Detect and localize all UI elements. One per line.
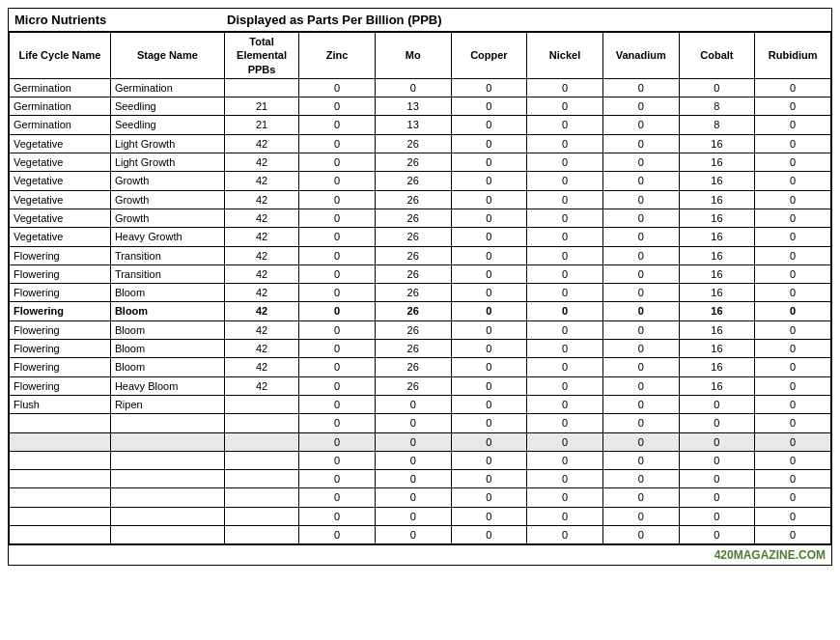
cell-copper: 0: [451, 414, 527, 432]
cell-mo: 0: [375, 507, 451, 525]
cell-copper: 0: [451, 190, 527, 209]
cell-total: 42: [224, 376, 298, 395]
cell-rubidium: 0: [755, 116, 831, 134]
cell-copper: 0: [451, 172, 527, 190]
header-row: Micro Nutrients Displayed as Parts Per B…: [9, 9, 831, 32]
cell-vanadium: 0: [602, 264, 679, 283]
cell-copper: 0: [451, 358, 527, 376]
cell-vanadium: 0: [602, 302, 679, 320]
cell-cobalt: 16: [679, 340, 755, 358]
cell-nickel: 0: [527, 172, 603, 190]
table-row: FloweringBloom42026000160: [10, 340, 831, 358]
cell-vanadium: 0: [602, 78, 679, 97]
cell-lifecycle: Flowering: [10, 284, 111, 302]
cell-rubidium: 0: [755, 264, 831, 283]
cell-zinc: 0: [299, 228, 376, 246]
cell-rubidium: 0: [755, 190, 831, 209]
cell-zinc: 0: [299, 209, 376, 227]
cell-cobalt: 16: [679, 153, 755, 172]
cell-zinc: 0: [299, 190, 376, 209]
cell-mo: 26: [375, 320, 451, 339]
cell-nickel: 0: [527, 432, 603, 451]
cell-total: 42: [224, 284, 298, 302]
cell-stage: Bloom: [110, 358, 224, 376]
cell-nickel: 0: [527, 116, 603, 134]
cell-cobalt: 0: [679, 526, 755, 544]
column-header-row: Life Cycle Name Stage Name Total Element…: [10, 33, 831, 79]
cell-copper: 0: [451, 78, 527, 97]
cell-lifecycle: Flowering: [10, 246, 111, 264]
cell-total: 42: [224, 358, 298, 376]
cell-stage: Bloom: [110, 302, 224, 320]
cell-nickel: 0: [527, 246, 603, 264]
cell-cobalt: 16: [679, 358, 755, 376]
cell-zinc: 0: [299, 97, 376, 116]
table-row: 0000000: [10, 507, 831, 525]
footer-brand: 420MAGAZINE.COM: [9, 544, 831, 565]
col-total-header: Total Elemental PPBs: [224, 33, 298, 79]
cell-lifecycle: Vegetative: [10, 228, 111, 246]
cell-lifecycle: [10, 470, 111, 488]
cell-rubidium: 0: [755, 340, 831, 358]
cell-stage: Transition: [110, 246, 224, 264]
cell-total: 42: [224, 172, 298, 190]
cell-copper: 0: [451, 376, 527, 395]
cell-zinc: 0: [299, 134, 376, 153]
cell-rubidium: 0: [755, 78, 831, 97]
cell-lifecycle: Vegetative: [10, 209, 111, 227]
cell-mo: 13: [375, 116, 451, 134]
cell-zinc: 0: [299, 116, 376, 134]
col-cobalt-header: Cobalt: [679, 33, 755, 79]
cell-zinc: 0: [299, 320, 376, 339]
cell-lifecycle: Germination: [10, 78, 111, 97]
cell-lifecycle: Germination: [10, 116, 111, 134]
cell-lifecycle: Flowering: [10, 358, 111, 376]
cell-total: 42: [224, 228, 298, 246]
cell-nickel: 0: [527, 97, 603, 116]
cell-vanadium: 0: [602, 97, 679, 116]
cell-vanadium: 0: [602, 190, 679, 209]
cell-nickel: 0: [527, 302, 603, 320]
cell-vanadium: 0: [602, 172, 679, 190]
table-row: 0000000: [10, 488, 831, 507]
cell-cobalt: 16: [679, 246, 755, 264]
cell-rubidium: 0: [755, 451, 831, 469]
table-row: FloweringBloom42026000160: [10, 320, 831, 339]
table-row: FloweringBloom42026000160: [10, 358, 831, 376]
cell-rubidium: 0: [755, 320, 831, 339]
cell-rubidium: 0: [755, 284, 831, 302]
cell-rubidium: 0: [755, 526, 831, 544]
cell-zinc: 0: [299, 153, 376, 172]
cell-mo: 26: [375, 358, 451, 376]
table-row: VegetativeGrowth42026000160: [10, 209, 831, 227]
table-row: VegetativeLight Growth42026000160: [10, 153, 831, 172]
cell-zinc: 0: [299, 340, 376, 358]
cell-cobalt: 16: [679, 302, 755, 320]
cell-mo: 26: [375, 172, 451, 190]
cell-copper: 0: [451, 302, 527, 320]
cell-total: 21: [224, 116, 298, 134]
cell-lifecycle: [10, 526, 111, 544]
cell-stage: Transition: [110, 264, 224, 283]
cell-mo: 13: [375, 97, 451, 116]
cell-vanadium: 0: [602, 284, 679, 302]
cell-copper: 0: [451, 320, 527, 339]
cell-copper: 0: [451, 395, 527, 413]
cell-copper: 0: [451, 134, 527, 153]
cell-zinc: 0: [299, 284, 376, 302]
cell-cobalt: 16: [679, 284, 755, 302]
cell-zinc: 0: [299, 526, 376, 544]
cell-zinc: 0: [299, 507, 376, 525]
cell-cobalt: 16: [679, 209, 755, 227]
cell-rubidium: 0: [755, 302, 831, 320]
cell-zinc: 0: [299, 414, 376, 432]
cell-nickel: 0: [527, 376, 603, 395]
cell-mo: 26: [375, 284, 451, 302]
cell-copper: 0: [451, 432, 527, 451]
cell-lifecycle: Flowering: [10, 302, 111, 320]
cell-rubidium: 0: [755, 376, 831, 395]
cell-stage: [110, 526, 224, 544]
table-row: FlushRipen0000000: [10, 395, 831, 413]
cell-zinc: 0: [299, 264, 376, 283]
cell-nickel: 0: [527, 507, 603, 525]
